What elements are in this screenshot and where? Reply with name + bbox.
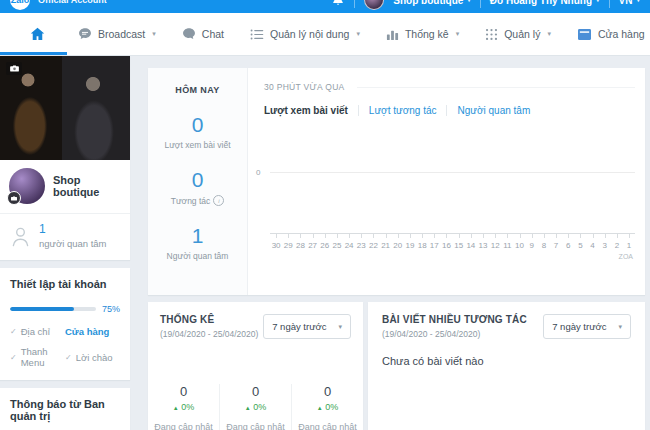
x-tick-label: 25 [331, 234, 343, 250]
setup-progress: 75% [10, 304, 120, 314]
nav-management[interactable]: Quản lý ▾ [472, 13, 564, 55]
x-tick-label: 24 [343, 234, 355, 250]
topbar-divider [480, 0, 481, 8]
x-axis: 3029282726252423222120191817161514131211… [270, 233, 635, 250]
header-rule [357, 87, 635, 88]
setup-title: Thiết lập tài khoản [10, 278, 120, 290]
stat-status: Đang cập nhật [148, 422, 219, 430]
tab-post-views[interactable]: Lượt xem bài viết [264, 105, 358, 116]
setup-items: ✓ Địa chỉ Cửa hàng ✓ Thanh Menu ✓ Lời ch… [10, 326, 120, 368]
stat-column: 0 ▲ 0% Đang cập nhật [219, 384, 291, 430]
person-icon [11, 226, 30, 247]
x-tick-label: 3 [599, 234, 611, 250]
check-icon: ✓ [65, 353, 72, 362]
x-tick-label: 28 [294, 234, 306, 250]
x-tick-label: 11 [501, 234, 513, 250]
stat-change: ▲ 0% [292, 402, 363, 412]
stat-label: Lượt xem bài viết [164, 140, 230, 150]
nav-store[interactable]: Cửa hàng ▾ [564, 13, 650, 55]
tab-interactions[interactable]: Lượt tương tác [359, 105, 447, 116]
stat-change: ▲ 0% [148, 402, 219, 412]
setup-item-greeting[interactable]: ✓ Lời chào [65, 346, 120, 368]
caret-down-icon: ▾ [547, 30, 551, 38]
stat-label-text: Tương tác [171, 196, 211, 206]
nav-label: Chat [202, 28, 224, 40]
stat-status: Đang cập nhật [220, 422, 291, 430]
stat-value: 0 [171, 169, 225, 190]
camera-icon[interactable] [6, 62, 22, 75]
realtime-title: 30 PHÚT VỪA QUA [264, 82, 345, 92]
zalo-logo: Zalo [10, 0, 30, 10]
x-tick-label: 21 [380, 234, 392, 250]
dropdown-value: 7 ngày trước [272, 321, 326, 332]
x-tick-label: 2 [611, 234, 623, 250]
stat-value: 0 [292, 384, 363, 399]
user-menu[interactable]: Đỗ Hoàng Thy Nhung ▾ [490, 0, 600, 6]
arrow-up-icon: ▲ [317, 405, 323, 411]
broadcast-icon [78, 27, 92, 41]
progress-track [10, 307, 96, 311]
account-setup-card: Thiết lập tài khoản 75% ✓ Địa chỉ Cửa hà… [0, 268, 130, 380]
language-menu[interactable]: VN ▾ [619, 0, 640, 6]
info-icon[interactable]: i [213, 195, 224, 206]
nav-statistics[interactable]: Thống kê ▾ [373, 13, 472, 55]
x-tick-label: 1 [623, 234, 635, 250]
setup-item-label: Lời chào [76, 352, 113, 363]
stat-value: 0 [220, 384, 291, 399]
tab-followers[interactable]: Người quan tâm [447, 105, 540, 116]
caret-down-icon: ▾ [596, 0, 600, 4]
x-tick-label: 22 [367, 234, 379, 250]
x-tick-label: 29 [282, 234, 294, 250]
nav-home[interactable] [10, 13, 65, 55]
x-tick-label: 30 [270, 234, 282, 250]
profile-avatar[interactable] [9, 168, 45, 204]
top-posts-title: BÀI VIẾT NHIỀU TƯƠNG TÁC [382, 314, 527, 325]
nav-label: Cửa hàng [598, 28, 645, 40]
statistics-card: THỐNG KÊ (19/04/2020 - 25/04/2020) 7 ngà… [148, 302, 363, 430]
nav-broadcast[interactable]: Broadcast ▾ [65, 13, 169, 55]
nav-chat[interactable]: Chat [169, 13, 237, 55]
today-realtime-card: HÔM NAY 0 Lượt xem bài viết 0 Tương tác … [148, 68, 645, 295]
caret-down-icon: ▾ [356, 30, 360, 38]
caret-down-icon: ▾ [456, 30, 460, 38]
statistics-title: THỐNG KÊ [160, 314, 258, 325]
empty-posts-message: Chưa có bài viết nào [382, 355, 631, 367]
topbar-divider [354, 0, 355, 8]
avatar[interactable] [364, 0, 384, 10]
statistics-range-dropdown[interactable]: 7 ngày trước ▾ [263, 314, 351, 339]
x-tick-label: 26 [319, 234, 331, 250]
top-posts-card: BÀI VIẾT NHIỀU TƯƠNG TÁC (19/04/2020 - 2… [368, 302, 645, 430]
realtime-tabs: Lượt xem bài viết Lượt tương tác Người q… [264, 105, 635, 116]
language-label: VN [619, 0, 633, 6]
top-posts-range-dropdown[interactable]: 7 ngày trước ▾ [543, 314, 631, 339]
camera-icon[interactable] [7, 191, 21, 205]
stat-label: Tương tác i [171, 195, 225, 206]
followers-row[interactable]: 1 người quan tâm [0, 213, 130, 260]
followers-label: người quan tâm [39, 238, 107, 249]
cover-photo[interactable] [0, 56, 130, 160]
realtime-panel: 30 PHÚT VỪA QUA Lượt xem bài viết Lượt t… [248, 68, 645, 295]
setup-item-address[interactable]: ✓ Địa chỉ [10, 326, 65, 337]
stat-value: 0 [148, 384, 219, 399]
stat-change-value: 0% [325, 402, 338, 412]
sidebar: Shop boutique 1 người quan tâm Thiết lập… [0, 56, 130, 430]
arrow-up-icon: ▲ [245, 405, 251, 411]
progress-percent: 75% [102, 304, 120, 314]
bell-icon[interactable] [331, 0, 345, 7]
nav-content-management[interactable]: Quản lý nội dung ▾ [237, 13, 373, 55]
account-menu[interactable]: Shop boutique ▾ [393, 0, 471, 6]
zero-gridline [270, 172, 635, 173]
today-stat-interactions: 0 Tương tác i [171, 169, 225, 206]
setup-item-menu[interactable]: ✓ Thanh Menu [10, 346, 65, 368]
x-tick-label: 19 [404, 234, 416, 250]
caret-down-icon: ▾ [618, 323, 622, 331]
bar-chart-icon [386, 28, 399, 41]
dropdown-value: 7 ngày trước [552, 321, 606, 332]
main-nav: Broadcast ▾ Chat Quản lý nội dung ▾ Thốn… [0, 13, 650, 56]
stat-status: Đang cập nhật [292, 422, 363, 430]
x-tick-label: 20 [392, 234, 404, 250]
y-axis-zero-label: 0 [256, 168, 260, 177]
account-name: Shop boutique [393, 0, 463, 6]
caret-down-icon: ▾ [338, 323, 342, 331]
setup-item-store[interactable]: Cửa hàng [65, 326, 120, 337]
